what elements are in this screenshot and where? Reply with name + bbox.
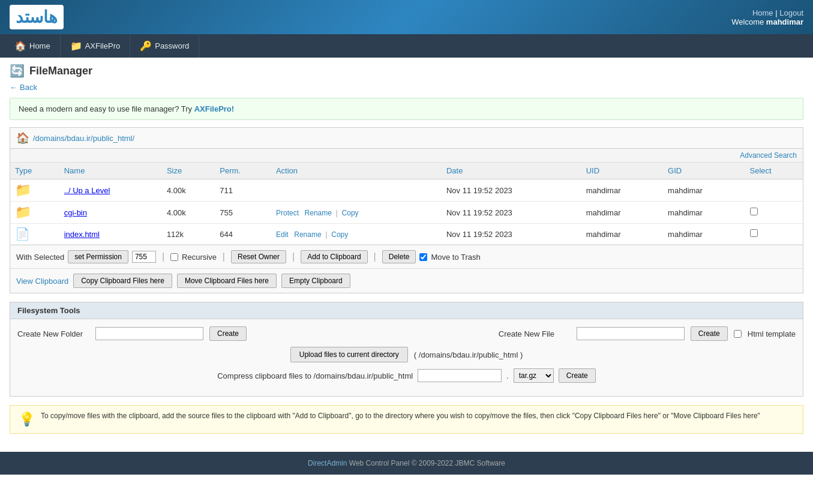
compress-create-button[interactable]: Create (559, 368, 596, 383)
clipboard-row: View Clipboard Copy Clipboard Files here… (10, 268, 803, 293)
row1-type: 📁 (10, 179, 59, 202)
col-perm[interactable]: Perm. (215, 163, 271, 179)
new-file-label: Create New File (499, 329, 571, 338)
empty-clipboard-button[interactable]: Empty Clipboard (281, 274, 350, 288)
rename-link[interactable]: Rename (294, 230, 321, 239)
row1-uid: mahdimar (581, 179, 663, 202)
fs-tools-body: Create New Folder Create Create New File… (10, 319, 803, 396)
file-table-header-row: Type Name Size Perm. Action Date UID GID… (10, 163, 803, 179)
file-table-head: Type Name Size Perm. Action Date UID GID… (10, 163, 803, 179)
rename-link[interactable]: Rename (305, 209, 332, 217)
copy-link[interactable]: Copy (331, 230, 348, 239)
welcome-label: Welcome (731, 17, 764, 26)
row2-date: Nov 11 19:52 2023 (442, 202, 581, 224)
row3-gid: mahdimar (663, 224, 745, 245)
html-template-label: Html template (748, 329, 796, 338)
upload-path: ( /domains/bdau.ir/public_html ) (414, 350, 523, 359)
upload-row: Upload files to current directory ( /dom… (17, 347, 796, 362)
compress-label: Compress clipboard files to /domains/bda… (217, 371, 413, 380)
col-date[interactable]: Date (442, 163, 581, 179)
row1-name-link[interactable]: ../ Up a Level (64, 186, 110, 195)
move-to-trash-checkbox[interactable] (419, 253, 427, 261)
folder-icon: 📁 (15, 205, 31, 220)
row2-gid: mahdimar (663, 202, 745, 224)
password-nav-icon: 🔑 (140, 40, 152, 52)
row2-perm: 755 (215, 202, 271, 224)
row2-size: 4.00k (162, 202, 215, 224)
home-path-icon: 🏠 (16, 131, 29, 145)
back-arrow-icon: ← (10, 83, 17, 92)
row2-type: 📁 (10, 202, 59, 224)
logout-link[interactable]: Logout (779, 8, 803, 17)
row3-select[interactable] (745, 224, 803, 245)
path-link[interactable]: /domains/bdau.ir/public_html/ (33, 134, 134, 143)
col-type[interactable]: Type (10, 163, 59, 179)
content: 🔄 FileManager ← Back Need a modern and e… (0, 58, 813, 440)
permission-input[interactable] (132, 251, 156, 263)
directadmin-link[interactable]: DirectAdmin (308, 459, 347, 467)
fs-tools: Filesystem Tools Create New Folder Creat… (10, 302, 803, 397)
copy-link[interactable]: Copy (342, 209, 359, 217)
row1-name: ../ Up a Level (59, 179, 162, 202)
new-folder-input[interactable] (95, 327, 203, 340)
header-right: Home | Logout Welcome mahdimar (731, 8, 803, 26)
row2-name-link[interactable]: cgi-bin (64, 208, 87, 217)
create-file-button[interactable]: Create (691, 326, 728, 341)
view-clipboard-link[interactable]: View Clipboard (16, 277, 68, 286)
create-folder-button[interactable]: Create (209, 326, 247, 341)
col-action[interactable]: Action (271, 163, 442, 179)
back-link[interactable]: ← Back (10, 83, 37, 92)
html-template-checkbox[interactable] (734, 330, 742, 338)
add-to-clipboard-button[interactable]: Add to Clipboard (301, 250, 367, 263)
table-row: 📁 cgi-bin 4.00k 755 Protect Rename | Cop… (10, 202, 803, 224)
nav-tab-axfilepro[interactable]: 📁 AXFilePro (61, 34, 131, 58)
advanced-search-row: Advanced Search (10, 149, 803, 163)
row2-uid: mahdimar (581, 202, 663, 224)
advanced-search-link[interactable]: Advanced Search (740, 151, 797, 160)
fs-tools-header: Filesystem Tools (10, 302, 803, 319)
path-bar: 🏠 /domains/bdau.ir/public_html/ (10, 127, 803, 149)
col-size[interactable]: Size (162, 163, 215, 179)
row2-select[interactable] (745, 202, 803, 224)
compress-format-select[interactable]: tar.gz zip tar.bz2 (514, 368, 554, 383)
row3-size: 112k (162, 224, 215, 245)
set-permission-button[interactable]: set Permission (68, 250, 128, 263)
new-folder-label: Create New Folder (17, 329, 89, 338)
row3-date: Nov 11 19:52 2023 (442, 224, 581, 245)
reset-owner-button[interactable]: Reset Owner (231, 250, 286, 263)
move-clipboard-button[interactable]: Move Clipboard Files here (177, 274, 277, 288)
page-title-row: 🔄 FileManager (10, 64, 803, 78)
col-uid[interactable]: UID (581, 163, 663, 179)
row3-uid: mahdimar (581, 224, 663, 245)
nav-password-label: Password (155, 41, 189, 50)
new-file-input[interactable] (577, 327, 685, 340)
delete-button[interactable]: Delete (382, 250, 416, 263)
compress-input[interactable] (418, 369, 502, 382)
row1-date: Nov 11 19:52 2023 (442, 179, 581, 202)
nav-home-label: Home (29, 41, 50, 50)
table-row: 📁 ../ Up a Level 4.00k 711 Nov 11 19:52 … (10, 179, 803, 202)
row2-checkbox[interactable] (750, 208, 758, 215)
col-select[interactable]: Select (745, 163, 803, 179)
filemanager-icon: 🔄 (10, 64, 25, 78)
col-name[interactable]: Name (59, 163, 162, 179)
home-link[interactable]: Home (752, 8, 773, 17)
upload-button[interactable]: Upload files to current directory (290, 347, 408, 362)
edit-link[interactable]: Edit (276, 230, 289, 239)
copy-clipboard-button[interactable]: Copy Clipboard Files here (73, 274, 172, 288)
col-gid[interactable]: GID (663, 163, 745, 179)
logo: هاستد (10, 5, 64, 29)
protect-link[interactable]: Protect (276, 209, 299, 217)
home-nav-icon: 🏠 (14, 40, 26, 52)
row3-name-link[interactable]: index.html (64, 230, 100, 239)
navbar: 🏠 Home 📁 AXFilePro 🔑 Password (0, 34, 813, 58)
row1-size: 4.00k (162, 179, 215, 202)
recursive-checkbox[interactable] (170, 253, 178, 261)
nav-tab-password[interactable]: 🔑 Password (130, 34, 199, 58)
nav-tab-home[interactable]: 🏠 Home (5, 34, 61, 58)
page-title: FileManager (29, 65, 92, 77)
axfilepro-promo-link[interactable]: AXFilePro! (194, 104, 234, 113)
row3-checkbox[interactable] (750, 229, 758, 237)
move-to-trash-label: Move to Trash (431, 253, 480, 262)
create-row: Create New Folder Create Create New File… (17, 326, 796, 341)
